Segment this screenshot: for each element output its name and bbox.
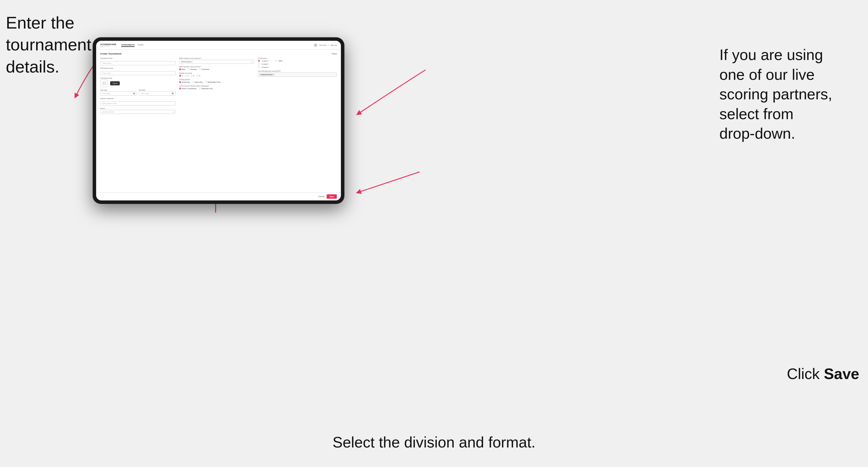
calendar-icon-end: 📅 [172, 93, 174, 95]
tournament-host-group: Tournament Host [100, 57, 176, 65]
scoring-medal[interactable]: Medal Match Play [205, 81, 221, 83]
rounds-3-radio[interactable] [191, 74, 193, 76]
tournament-name-input[interactable] [100, 71, 176, 75]
event-teams[interactable]: Teams (+Individuals) [179, 87, 197, 89]
tablet-screen: SCOREBOARD Powered by Clipp TOURNAMENTS … [96, 41, 341, 200]
format-5count4-label[interactable]: 5 count 4 [262, 60, 268, 62]
end-date-label: End date [139, 89, 176, 91]
navbar-right: Test User | Sign out [314, 43, 337, 47]
format-row-1: 5 count 4 Other [258, 60, 337, 62]
start-date-input[interactable]: Pick a date 📅 [100, 91, 137, 96]
format-other-radio[interactable] [275, 60, 277, 62]
rounds-2[interactable]: 2 [185, 74, 188, 76]
gender-mens[interactable]: Mens [179, 68, 186, 70]
start-date-group: Start date Pick a date 📅 [100, 89, 137, 96]
start-date-label: Start date [100, 89, 137, 91]
date-row: Start date Pick a date 📅 End date Pick a… [100, 89, 176, 96]
rounds-3[interactable]: 3 [191, 74, 194, 76]
scoring-stroke[interactable]: Stroke Play [179, 81, 190, 83]
gender-mens-radio[interactable] [179, 68, 181, 70]
event-individuals-radio[interactable] [199, 87, 201, 89]
format-row-2: 6 count 4 [258, 63, 337, 65]
tournament-host-label: Tournament Host [100, 57, 176, 59]
back-link[interactable]: < Back [331, 53, 337, 55]
scoring-match-radio[interactable] [192, 81, 194, 83]
rounds-2-radio[interactable] [185, 74, 187, 76]
sponsor-group: Sponsor (optional) [100, 98, 176, 105]
scoring-label: Scoring system [179, 79, 255, 81]
page-header: Create Tournament < Back [100, 53, 337, 55]
event-teams-radio[interactable] [179, 87, 181, 89]
annotation-division-format: Select the division and format. [333, 433, 535, 453]
user-name: Test User [319, 44, 326, 46]
division-group: Which division is the event for? NCAA Di… [179, 57, 255, 64]
event-for-group: Is this event for Teams and/or Individua… [179, 85, 255, 89]
nav-links: TOURNAMENTS TEAMS [121, 43, 314, 47]
logo-placeholder [100, 80, 108, 87]
live-scoring-group: Use third-party live scoring API? Leader… [258, 70, 337, 76]
live-scoring-input[interactable]: Leaderboard King ✕ [258, 72, 337, 76]
tournament-host-input[interactable] [100, 61, 176, 65]
tournament-name-label: Tournament name [100, 67, 176, 69]
rounds-label: Number of rounds [179, 72, 255, 74]
format-6count4-radio[interactable] [258, 63, 260, 65]
rounds-1-radio[interactable] [179, 74, 181, 76]
format-6count5-label[interactable]: 6 count 5 [262, 66, 268, 68]
rounds-4-radio[interactable] [197, 74, 199, 76]
sponsor-label: Sponsor (optional) [100, 98, 176, 99]
end-date-input[interactable]: Pick a date 📅 [139, 91, 176, 96]
navbar: SCOREBOARD Powered by Clipp TOURNAMENTS … [96, 41, 341, 50]
form-col-2: Which division is the event for? NCAA Di… [179, 57, 258, 116]
dropdown-icon-division: ▾ [251, 61, 252, 63]
calendar-icon-start: 📅 [133, 93, 135, 95]
venue-label: Venue [100, 107, 176, 109]
gender-womens[interactable]: Womens [188, 68, 197, 70]
format-other-label[interactable]: Other [279, 60, 283, 62]
svg-point-1 [103, 83, 104, 83]
form-col-1: Tournament Host Tournament name Tourname… [100, 57, 179, 116]
rounds-radio-group: 1 2 3 4 [179, 74, 255, 76]
annotation-live-scoring: If you are using one of our live scoring… [719, 45, 859, 144]
nav-teams[interactable]: TEAMS [137, 43, 144, 47]
venue-input[interactable]: Search golf club ▾ [100, 110, 176, 114]
brand-name: SCOREBOARD [100, 43, 117, 45]
dropdown-icon-venue: ▾ [173, 111, 174, 113]
main-content: Create Tournament < Back Tournament Host… [96, 50, 341, 192]
annotation-click-save: Click Save [787, 364, 859, 384]
rounds-group: Number of rounds 1 2 [179, 72, 255, 76]
rounds-1[interactable]: 1 [179, 74, 183, 76]
format-options: 5 count 4 Other 6 count 4 6 count 5 [258, 60, 337, 68]
format-type-group: Format type 5 count 4 Other 6 count 4 [258, 57, 337, 68]
scoring-match[interactable]: Match Play [192, 81, 203, 83]
sponsor-input[interactable] [100, 101, 176, 105]
annotation-enter-details: Enter the tournament details. [6, 12, 91, 77]
user-avatar [314, 43, 317, 47]
nav-tournaments[interactable]: TOURNAMENTS [121, 43, 135, 47]
cancel-button[interactable]: Cancel [318, 195, 324, 197]
pipe-separator: | [328, 44, 329, 46]
rounds-4[interactable]: 4 [197, 74, 200, 76]
upload-button[interactable]: Upload [110, 81, 120, 85]
format-type-label: Format type [258, 57, 337, 59]
tournament-logo-group: Tournament logo Upload [100, 77, 176, 87]
scoring-stroke-radio[interactable] [179, 81, 181, 83]
scoring-medal-radio[interactable] [205, 81, 207, 83]
gender-combined[interactable]: Combined [199, 68, 209, 70]
save-button[interactable]: Save [327, 194, 337, 199]
division-select[interactable]: NCAA Division I ▾ [179, 60, 255, 64]
format-6count4-label[interactable]: 6 count 4 [262, 63, 268, 65]
live-scoring-remove[interactable]: ✕ [273, 74, 274, 75]
format-5count4-radio[interactable] [258, 60, 260, 62]
gender-radio-group: Mens Womens Combined [179, 68, 255, 70]
event-individuals[interactable]: Individuals Only [199, 87, 213, 89]
gender-combined-radio[interactable] [199, 68, 202, 70]
format-6count5-radio[interactable] [258, 66, 260, 68]
sign-out-link[interactable]: Sign out [331, 44, 337, 46]
end-date-group: End date Pick a date 📅 [139, 89, 176, 96]
tablet-device: SCOREBOARD Powered by Clipp TOURNAMENTS … [93, 37, 344, 204]
form-col-3: Format type 5 count 4 Other 6 count 4 [258, 57, 337, 116]
gender-womens-radio[interactable] [188, 68, 190, 70]
brand: SCOREBOARD Powered by Clipp [100, 43, 117, 47]
tournament-name-group: Tournament name [100, 67, 176, 75]
form-footer: Cancel Save [96, 192, 341, 200]
